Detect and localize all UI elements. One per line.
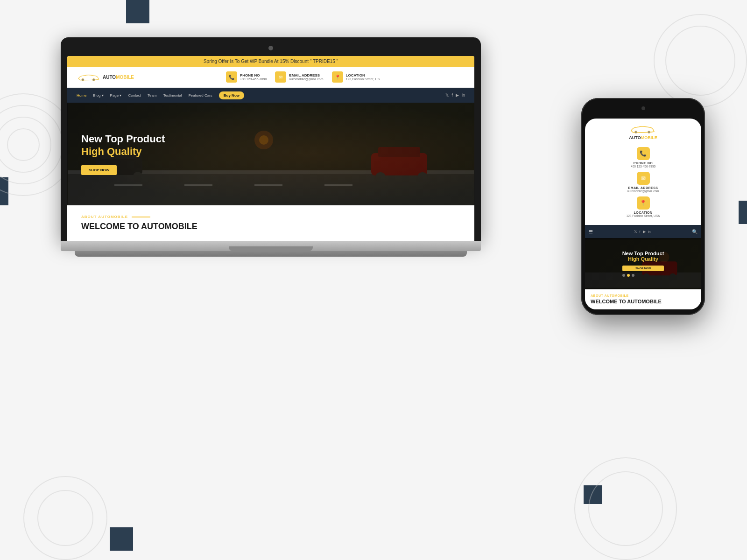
location-label: LOCATION	[346, 73, 383, 77]
logo-text: AUTOMOBILE	[103, 74, 134, 80]
svg-point-18	[259, 135, 268, 145]
phone-contact-phone: 📞 PHONE NO +00 123-456-7890	[591, 147, 696, 168]
social-linkedin[interactable]: in	[462, 93, 465, 98]
phone-logo-car-icon	[629, 124, 657, 133]
decor-square-2	[584, 485, 602, 504]
svg-point-0	[82, 78, 84, 81]
phone-social-linkedin[interactable]: in	[648, 230, 651, 234]
phone-hero-highlight: Quality	[641, 256, 658, 262]
laptop-device: Spring Offer Is To Get WP Bundle At 15% …	[61, 37, 481, 257]
phone-email-icon: ✉	[637, 172, 650, 185]
phone-contact-info: 📞 PHONE NO +00 123-456-7890 ✉ EMAIL ADDR…	[585, 143, 701, 225]
svg-rect-14	[378, 147, 420, 157]
social-twitter[interactable]: 𝕏	[445, 93, 449, 98]
phone-contact-email: ✉ EMAIL ADDRESS automobile@gmail.com	[591, 172, 696, 193]
social-facebook[interactable]: f	[451, 93, 453, 98]
svg-rect-3	[68, 173, 474, 205]
site-nav: Home Blog ▾ Page ▾ Contact Team Testimon…	[67, 88, 474, 103]
hero-title-line2: High Quality	[81, 146, 165, 158]
decor-square-3	[110, 527, 133, 551]
contact-phone: 📞 PHONE NO +00 123-456-7890	[226, 71, 267, 83]
logo-car-icon	[77, 72, 100, 82]
nav-team[interactable]: Team	[148, 93, 157, 98]
about-label-text: ABOUT AUTOMOBILE	[81, 215, 128, 219]
phone-about-title: WELCOME TO AUTOMOBILE	[591, 299, 696, 305]
email-icon: ✉	[275, 71, 286, 83]
logo-prefix: AUTO	[103, 75, 116, 80]
phone-phone-icon: 📞	[637, 147, 650, 160]
svg-point-20	[648, 131, 650, 133]
site-header: AUTOMOBILE 📞 PHONE NO +00 123-456-7890	[67, 67, 474, 88]
svg-rect-8	[324, 184, 352, 186]
about-title: WELCOME TO AUTOMOBILE	[81, 222, 460, 231]
phone-social-twitter[interactable]: 𝕏	[634, 230, 637, 234]
logo-suffix: MOBILE	[116, 75, 134, 80]
nav-page[interactable]: Page ▾	[110, 93, 122, 98]
nav-blog[interactable]: Blog ▾	[93, 93, 103, 98]
phone-hero-line2: High Quality	[622, 256, 664, 262]
phone-about-label: ABOUT AUTOMOBILE	[591, 294, 696, 297]
nav-featured[interactable]: Featured Cars	[189, 93, 212, 98]
phone-device: AUTOMOBILE 📞 PHONE NO +00 123-456-7890 ✉…	[581, 98, 705, 315]
phone-notch	[622, 106, 664, 116]
svg-rect-5	[114, 184, 142, 186]
phone-email-label: EMAIL ADDRESS	[628, 186, 658, 189]
svg-point-15	[375, 172, 386, 182]
phone-logo-prefix: AUTO	[629, 135, 641, 140]
camera-dot	[268, 46, 273, 50]
hero-shop-button[interactable]: SHOP NOW	[81, 165, 117, 175]
about-divider	[132, 217, 150, 217]
nav-contact[interactable]: Contact	[128, 93, 141, 98]
hero-content: New Top Product High Quality SHOP NOW	[81, 133, 165, 175]
hero-title-prefix: High	[81, 146, 107, 157]
header-info: 📞 PHONE NO +00 123-456-7890 ✉ EMAIL ADDR…	[143, 71, 465, 83]
phone-hero-line1: New Top Product	[622, 251, 664, 256]
phone-label: PHONE NO	[240, 73, 267, 77]
about-label: ABOUT AUTOMOBILE	[81, 215, 460, 219]
nav-buy-button[interactable]: Buy Now	[219, 91, 244, 99]
phone-social-youtube[interactable]: ▶	[643, 230, 646, 234]
nav-social-links: 𝕏 f ▶ in	[445, 93, 465, 98]
phone-location-icon: 📍	[637, 196, 650, 210]
phone-phone-label: PHONE NO	[634, 161, 653, 165]
hero-title-highlight: Quality	[107, 146, 142, 157]
phone-hero-dots	[622, 274, 664, 277]
phone-camera	[641, 106, 645, 110]
svg-point-1	[92, 78, 95, 81]
svg-point-19	[634, 131, 637, 133]
laptop-base	[61, 241, 481, 251]
social-youtube[interactable]: ▶	[456, 93, 459, 98]
nav-testimonial[interactable]: Testimonial	[163, 93, 182, 98]
phone-screen: AUTOMOBILE 📞 PHONE NO +00 123-456-7890 ✉…	[585, 119, 701, 309]
laptop-screen: Spring Offer Is To Get WP Bundle At 15% …	[67, 56, 474, 241]
svg-rect-6	[184, 184, 212, 186]
phone-social-facebook[interactable]: f	[639, 230, 640, 234]
phone-hero-prefix: High	[628, 256, 641, 262]
phone-social-links: 𝕏 f ▶ in	[634, 230, 650, 234]
dot-2	[627, 274, 630, 277]
location-icon: 📍	[332, 71, 343, 83]
decor-square-1	[126, 0, 149, 23]
site-logo: AUTOMOBILE	[77, 72, 134, 82]
email-label: EMAIL ADDRESS	[289, 73, 323, 77]
phone-email-value: automobile@gmail.com	[627, 189, 659, 193]
nav-home[interactable]: Home	[77, 93, 86, 98]
phone-search-icon[interactable]: 🔍	[692, 229, 698, 234]
hero-title-line1: New Top Product	[81, 133, 165, 145]
site-about-section: ABOUT AUTOMOBILE WELCOME TO AUTOMOBILE	[67, 205, 474, 241]
phone-menu-icon[interactable]: ☰	[589, 229, 593, 234]
phone-hero-shop-button[interactable]: SHOP NOW	[622, 266, 664, 271]
contact-email: ✉ EMAIL ADDRESS automobile@gmail.com	[275, 71, 323, 83]
phone-hero: New Top Product High Quality SHOP NOW	[585, 238, 701, 289]
laptop-camera	[67, 44, 474, 52]
laptop-frame: Spring Offer Is To Get WP Bundle At 15% …	[61, 37, 481, 241]
phone-logo-suffix: MOBILE	[641, 135, 657, 140]
svg-point-16	[417, 172, 428, 182]
phone-location-label: LOCATION	[634, 211, 652, 214]
phone-phone-value: +00 123-456-7890	[631, 165, 655, 168]
phone-icon: 📞	[226, 71, 237, 83]
phone-value: +00 123-456-7890	[240, 77, 267, 81]
phone-nav: ☰ 𝕏 f ▶ in 🔍	[585, 225, 701, 238]
dot-3	[632, 274, 634, 277]
location-value: 123,Fashion Street, US...	[346, 77, 383, 81]
